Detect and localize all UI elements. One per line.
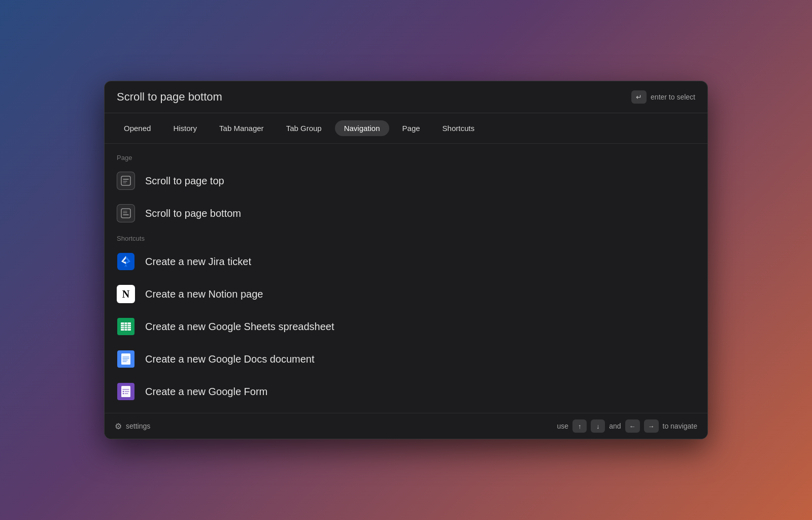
tab-page[interactable]: Page <box>393 120 429 136</box>
section-label-shortcuts: Shortcuts <box>105 230 707 245</box>
forms-icon <box>117 382 135 401</box>
tab-shortcuts[interactable]: Shortcuts <box>433 120 484 136</box>
svg-rect-8 <box>117 253 134 270</box>
sheets-icon <box>117 317 135 336</box>
scroll-bottom-text: Scroll to page bottom <box>145 208 241 219</box>
jira-icon <box>117 252 135 271</box>
notion-text: Create a new Notion page <box>145 288 263 300</box>
search-input[interactable] <box>117 90 631 104</box>
forms-text: Create a new Google Form <box>145 386 267 398</box>
search-bar: ↵ enter to select <box>105 81 707 113</box>
right-arrow-key: → <box>644 419 659 433</box>
scroll-top-text: Scroll to page top <box>145 175 224 187</box>
tab-navigation[interactable]: Navigation <box>335 120 389 136</box>
svg-rect-17 <box>121 353 130 365</box>
list-item-scroll-bottom[interactable]: Scroll to page bottom <box>105 197 707 230</box>
svg-rect-4 <box>121 209 130 218</box>
scroll-top-icon <box>117 172 135 190</box>
footer-settings[interactable]: ⚙ settings <box>115 421 150 431</box>
section-label-page: Page <box>105 149 707 165</box>
tab-opened[interactable]: Opened <box>115 120 160 136</box>
svg-rect-0 <box>121 176 130 185</box>
command-palette: ↵ enter to select Opened History Tab Man… <box>104 81 708 439</box>
footer-nav-hint: use ↑ ↓ and ← → to navigate <box>557 419 697 433</box>
enter-hint-text: enter to select <box>651 93 695 101</box>
list-item-scroll-top[interactable]: Scroll to page top <box>105 165 707 197</box>
left-arrow-key: ← <box>625 419 640 433</box>
sheets-text: Create a new Google Sheets spreadsheet <box>145 321 334 333</box>
content-list: Page Scroll to page top <box>105 144 707 413</box>
footer: ⚙ settings use ↑ ↓ and ← → to navigate <box>105 413 707 439</box>
notion-icon: N <box>117 285 135 303</box>
tab-tab-manager[interactable]: Tab Manager <box>210 120 273 136</box>
settings-label: settings <box>126 422 150 430</box>
list-item-docs[interactable]: Create a new Google Docs document <box>105 343 707 375</box>
list-item-notion[interactable]: N Create a new Notion page <box>105 278 707 310</box>
svg-point-27 <box>123 393 124 394</box>
tabs-bar: Opened History Tab Manager Tab Group Nav… <box>105 113 707 144</box>
list-item-forms[interactable]: Create a new Google Form <box>105 375 707 408</box>
down-arrow-key: ↓ <box>591 419 605 433</box>
list-item-jira[interactable]: Create a new Jira ticket <box>105 245 707 278</box>
settings-icon: ⚙ <box>115 421 122 431</box>
docs-text: Create a new Google Docs document <box>145 353 315 365</box>
tab-history[interactable]: History <box>164 120 206 136</box>
enter-key-icon: ↵ <box>631 90 647 104</box>
tab-tab-group[interactable]: Tab Group <box>277 120 331 136</box>
docs-icon <box>117 350 135 368</box>
up-arrow-key: ↑ <box>572 419 587 433</box>
list-item-sheets[interactable]: Create a new Google Sheets spreadsheet <box>105 310 707 343</box>
enter-hint: ↵ enter to select <box>631 90 695 104</box>
navigate-label: to navigate <box>663 422 698 430</box>
scroll-bottom-icon <box>117 204 135 222</box>
use-label: use <box>557 422 569 430</box>
jira-text: Create a new Jira ticket <box>145 256 251 268</box>
and-label: and <box>609 422 621 430</box>
svg-point-25 <box>123 391 124 392</box>
